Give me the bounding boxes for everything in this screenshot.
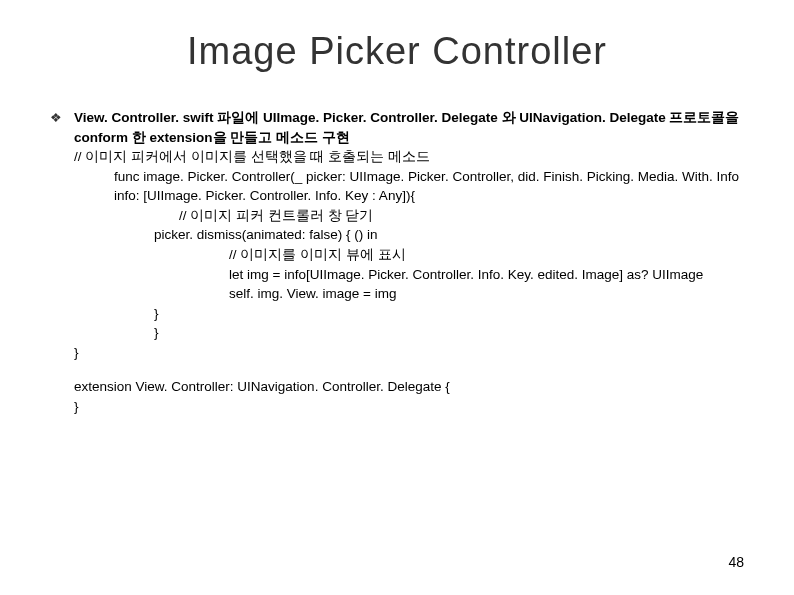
extension-block: extension View. Controller: UINavigation…	[74, 377, 744, 416]
extension-line-2: }	[74, 397, 744, 417]
page-number: 48	[728, 554, 744, 570]
code-close-brace-3: }	[74, 343, 744, 363]
slide: Image Picker Controller ❖ View. Controll…	[0, 0, 794, 595]
code-dismiss-line: picker. dismiss(animated: false) { () in	[74, 225, 744, 245]
slide-content: ❖ View. Controller. swift 파일에 UIImage. P…	[50, 108, 744, 416]
code-let-img: let img = info[UIImage. Picker. Controll…	[74, 265, 744, 285]
body-text-container: View. Controller. swift 파일에 UIImage. Pic…	[74, 108, 744, 416]
bullet-heading: View. Controller. swift 파일에 UIImage. Pic…	[74, 108, 744, 147]
extension-line-1: extension View. Controller: UINavigation…	[74, 377, 744, 397]
code-comment-1: // 이미지 피커에서 이미지를 선택했을 때 호출되는 메소드	[74, 147, 744, 167]
code-func-signature: func image. Picker. Controller(_ picker:…	[74, 167, 744, 206]
code-comment-2: // 이미지 피커 컨트롤러 창 닫기	[74, 206, 744, 226]
bullet-diamond-icon: ❖	[50, 110, 62, 125]
code-self-line: self. img. View. image = img	[74, 284, 744, 304]
code-comment-3: // 이미지를 이미지 뷰에 표시	[74, 245, 744, 265]
code-close-brace-1: }	[74, 304, 744, 324]
slide-title: Image Picker Controller	[50, 30, 744, 73]
code-close-brace-2: }	[74, 323, 744, 343]
